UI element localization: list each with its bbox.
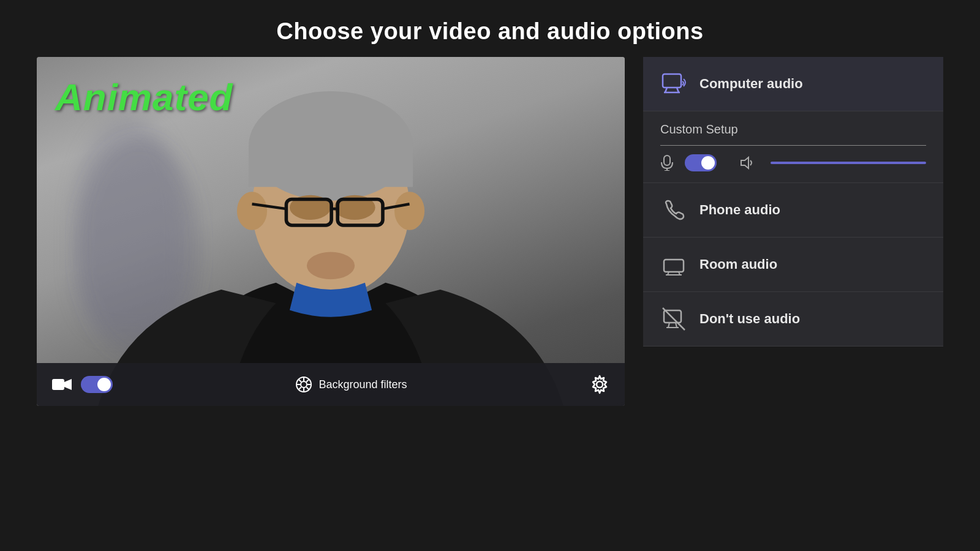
no-audio-option[interactable]: Don't use audio — [643, 292, 943, 347]
background-filters-label: Background filters — [318, 378, 407, 391]
svg-rect-27 — [663, 74, 681, 88]
room-audio-icon — [660, 251, 687, 278]
video-toolbar: Background filters — [37, 363, 625, 406]
phone-audio-option[interactable]: Phone audio — [643, 183, 943, 238]
custom-setup-divider — [660, 145, 926, 146]
computer-audio-label: Computer audio — [699, 76, 803, 92]
svg-point-17 — [301, 381, 307, 388]
phone-audio-label: Phone audio — [699, 202, 780, 218]
no-audio-icon — [660, 305, 687, 332]
microphone-icon — [660, 155, 674, 171]
svg-rect-15 — [52, 379, 64, 390]
volume-icon — [740, 156, 756, 170]
right-panel: Computer audio Custom Setup — [643, 57, 943, 437]
video-preview: Animated — [37, 57, 625, 406]
svg-line-25 — [299, 387, 301, 389]
svg-point-5 — [237, 192, 267, 230]
animated-text-overlay: Animated — [55, 75, 233, 119]
svg-rect-31 — [664, 156, 670, 165]
svg-rect-4 — [249, 146, 413, 187]
settings-icon[interactable] — [590, 375, 609, 394]
video-container: Animated — [37, 57, 625, 406]
computer-audio-option[interactable]: Computer audio — [643, 57, 943, 111]
svg-point-26 — [597, 381, 603, 388]
svg-point-6 — [394, 192, 424, 230]
svg-rect-35 — [664, 260, 684, 272]
room-audio-option[interactable]: Room audio — [643, 238, 943, 292]
background-filters-button[interactable]: Background filters — [295, 376, 407, 393]
main-content: Animated — [0, 57, 980, 551]
svg-point-14 — [307, 252, 355, 280]
svg-line-24 — [307, 380, 309, 382]
custom-setup-section: Custom Setup — [643, 111, 943, 183]
page-title: Choose your video and audio options — [0, 18, 980, 45]
custom-setup-title: Custom Setup — [660, 122, 926, 137]
mic-toggle[interactable] — [685, 154, 717, 171]
custom-setup-controls — [660, 154, 926, 171]
room-audio-label: Room audio — [699, 257, 777, 272]
phone-audio-icon — [660, 197, 687, 223]
video-toggle[interactable] — [81, 376, 113, 393]
svg-line-23 — [307, 387, 309, 389]
volume-slider[interactable] — [771, 162, 926, 164]
page-header: Choose your video and audio options — [0, 0, 980, 57]
computer-audio-icon — [660, 70, 687, 97]
filters-icon — [295, 376, 312, 393]
svg-marker-34 — [741, 157, 748, 168]
no-audio-label: Don't use audio — [699, 311, 800, 327]
svg-line-22 — [299, 380, 301, 382]
camera-icon — [52, 377, 72, 392]
